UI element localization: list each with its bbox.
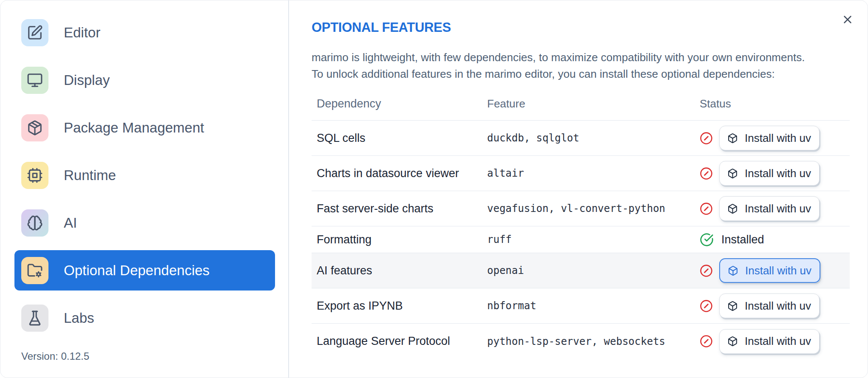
dependency-cell: SQL cells — [312, 132, 487, 145]
install-button-label: Install with uv — [745, 202, 811, 215]
flask-icon — [27, 310, 43, 326]
install-with-uv-button[interactable]: Install with uv — [719, 161, 820, 186]
install-button-label: Install with uv — [745, 132, 811, 145]
install-with-uv-button[interactable]: Install with uv — [719, 126, 820, 150]
sidebar-item-package-management[interactable]: Package Management — [14, 107, 275, 148]
feature-cell: python-lsp-server, websockets — [487, 336, 700, 347]
folder-cog-icon — [27, 262, 43, 279]
status-error-icon — [700, 335, 713, 348]
sidebar-item-label: Editor — [64, 25, 100, 41]
feature-cell: vegafusion, vl-convert-python — [487, 203, 700, 214]
brain-icon-tile — [21, 209, 48, 237]
package-icon — [727, 133, 738, 144]
table-row: Language Server Protocol python-lsp-serv… — [312, 324, 850, 359]
dependency-cell: Language Server Protocol — [312, 335, 487, 348]
sidebar-item-label: Optional Dependencies — [64, 262, 210, 279]
close-button[interactable] — [840, 12, 855, 27]
status-error-icon — [700, 202, 713, 215]
package-icon — [727, 301, 738, 311]
status-cell: Install with uv — [700, 258, 850, 283]
version-label: Version: 0.12.5 — [21, 350, 89, 362]
package-icon — [728, 265, 738, 276]
feature-cell: duckdb, sqlglot — [487, 132, 700, 144]
install-with-uv-button[interactable]: Install with uv — [719, 258, 820, 283]
sidebar-item-display[interactable]: Display — [14, 60, 275, 100]
package-icon-tile — [21, 114, 48, 141]
sidebar-item-label: Labs — [64, 310, 94, 326]
dependency-cell: Charts in datasource viewer — [312, 167, 487, 180]
table-header-row: Dependency Feature Status — [312, 87, 850, 121]
status-cell: Install with uv — [700, 196, 850, 221]
settings-dialog: Editor Display Package Management Runtim… — [0, 0, 868, 378]
table-row: SQL cells duckdb, sqlglot Install with u… — [312, 121, 850, 156]
table-row: Charts in datasource viewer altair Insta… — [312, 156, 850, 191]
folder-cog-icon-tile — [21, 257, 48, 284]
status-error-icon — [700, 132, 713, 145]
description-line: marimo is lightweight, with few dependen… — [312, 49, 848, 66]
monitor-icon-tile — [21, 67, 48, 94]
panel-description: marimo is lightweight, with few dependen… — [312, 49, 848, 82]
install-button-label: Install with uv — [745, 167, 811, 180]
dependency-cell: Fast server-side charts — [312, 202, 487, 215]
install-with-uv-button[interactable]: Install with uv — [719, 293, 820, 318]
dependency-cell: Export as IPYNB — [312, 299, 487, 313]
package-icon — [727, 203, 738, 214]
dependency-cell: AI features — [312, 264, 487, 277]
sidebar-item-label: AI — [64, 215, 77, 231]
flask-icon-tile — [21, 305, 48, 332]
sidebar-item-editor[interactable]: Editor — [14, 12, 275, 53]
sidebar-item-label: Runtime — [64, 167, 116, 183]
cpu-icon — [27, 167, 43, 183]
optional-features-table: Dependency Feature Status SQL cells duck… — [312, 87, 850, 359]
sidebar-item-label: Display — [64, 72, 110, 88]
table-row: AI features openai Install with uv — [312, 253, 850, 288]
status-error-icon — [700, 167, 713, 180]
sidebar: Editor Display Package Management Runtim… — [0, 0, 289, 378]
brain-icon — [27, 215, 43, 231]
install-with-uv-button[interactable]: Install with uv — [719, 196, 820, 221]
package-icon — [727, 336, 738, 347]
status-cell: Installed — [700, 233, 850, 247]
status-cell: Install with uv — [700, 161, 850, 186]
install-button-label: Install with uv — [745, 264, 811, 277]
status-error-icon — [700, 264, 713, 277]
dependency-cell: Formatting — [312, 233, 487, 246]
edit-icon — [27, 25, 43, 41]
feature-cell: nbformat — [487, 300, 700, 312]
sidebar-item-optional-dependencies[interactable]: Optional Dependencies — [14, 250, 275, 291]
page-title: OPTIONAL FEATURES — [312, 21, 848, 34]
optional-features-panel: OPTIONAL FEATURES marimo is lightweight,… — [290, 0, 868, 378]
install-button-label: Install with uv — [745, 335, 811, 348]
package-icon — [27, 120, 43, 136]
sidebar-item-label: Package Management — [64, 120, 204, 136]
description-line: To unlock additional features in the mar… — [312, 66, 848, 82]
column-header-dependency: Dependency — [312, 97, 487, 110]
column-header-status: Status — [700, 97, 850, 110]
feature-cell: ruff — [487, 234, 700, 245]
package-icon — [727, 168, 738, 179]
table-row: Fast server-side charts vegafusion, vl-c… — [312, 191, 850, 226]
feature-cell: altair — [487, 167, 700, 179]
sidebar-item-runtime[interactable]: Runtime — [14, 155, 275, 195]
status-cell: Install with uv — [700, 293, 850, 318]
sidebar-item-labs[interactable]: Labs — [14, 298, 275, 338]
installed-label: Installed — [721, 233, 764, 246]
close-icon — [841, 13, 854, 26]
sidebar-item-ai[interactable]: AI — [14, 203, 275, 243]
status-cell: Install with uv — [700, 329, 850, 354]
install-with-uv-button[interactable]: Install with uv — [719, 329, 820, 354]
column-header-feature: Feature — [487, 97, 700, 110]
status-error-icon — [700, 299, 713, 313]
edit-icon-tile — [21, 19, 48, 46]
monitor-icon — [27, 72, 43, 88]
table-row: Export as IPYNB nbformat Install with uv — [312, 288, 850, 324]
status-cell: Install with uv — [700, 126, 850, 150]
cpu-icon-tile — [21, 162, 48, 189]
table-row: Formatting ruff Installed — [312, 226, 850, 253]
status-ok-icon — [700, 233, 714, 247]
feature-cell: openai — [487, 265, 700, 276]
install-button-label: Install with uv — [745, 299, 811, 313]
